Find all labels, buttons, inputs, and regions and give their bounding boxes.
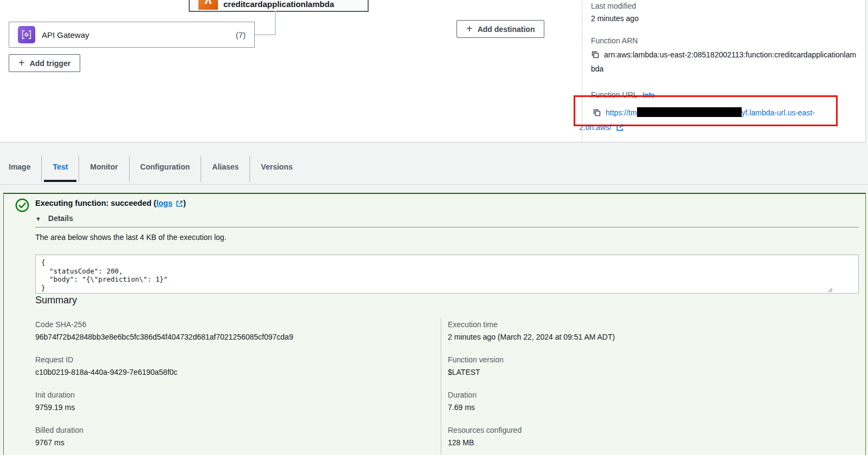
tab-versions[interactable]: Versions: [249, 156, 303, 182]
summary-field-request-id: Request ID c10b0219-818a-440a-9429-7e619…: [35, 354, 441, 379]
summary-field-billed-duration: Billed duration 9767 ms: [35, 424, 441, 449]
summary-right-column: Execution time 2 minutes ago (March 22, …: [441, 318, 854, 455]
api-gateway-trigger-node[interactable]: API Gateway (7): [9, 22, 255, 48]
function-tabs: Image Test Monitor Configuration Aliases…: [9, 156, 304, 182]
plus-icon: +: [18, 57, 25, 68]
add-trigger-button[interactable]: + Add trigger: [9, 54, 80, 72]
details-expander[interactable]: ▼ Details: [35, 214, 73, 223]
resize-grip-icon[interactable]: [827, 287, 833, 292]
logs-link[interactable]: logs: [156, 199, 172, 207]
tab-configuration[interactable]: Configuration: [129, 156, 201, 182]
summary-field-init-duration: Init duration 9759.19 ms: [35, 389, 441, 414]
tab-image[interactable]: Image: [9, 156, 41, 182]
execution-log-textarea[interactable]: { "statusCode": 200, "body": "{\"predict…: [35, 255, 859, 294]
function-arn-label: Function ARN: [591, 35, 858, 47]
lambda-function-node[interactable]: λ creditcardapplicationlambda: [189, 0, 369, 12]
summary-grid: Code SHA-256 96b74f72b42848bb3e8e6bc5fc3…: [35, 318, 854, 455]
log-note-text: The area below shows the last 4 KB of th…: [35, 233, 227, 242]
function-overview-card: λ creditcardapplicationlambda API Gatewa…: [0, 0, 866, 142]
function-url-value: https://tmyf.lambda-url.us-east- 2.on.aw…: [579, 106, 858, 135]
redaction-bar: [637, 107, 742, 117]
tab-test[interactable]: Test: [41, 156, 79, 182]
add-trigger-label: Add trigger: [30, 59, 70, 68]
summary-heading: Summary: [35, 295, 77, 306]
lambda-icon: λ: [198, 0, 218, 10]
function-arn-text: arn:aws:lambda:us-east-2:085182002113:fu…: [591, 50, 856, 73]
details-divider: [35, 227, 859, 227]
caret-down-icon: ▼: [35, 216, 41, 222]
function-url-label: Function URLInfo: [591, 89, 858, 101]
summary-field-duration: Duration 7.69 ms: [448, 389, 854, 414]
function-info-panel: Last modified 2 minutes ago Function ARN…: [591, 0, 858, 135]
summary-left-column: Code SHA-256 96b74f72b42848bb3e8e6bc5fc3…: [35, 318, 441, 455]
trigger-node-label: API Gateway: [42, 30, 89, 40]
execution-status-title: Executing function: succeeded (logs ): [35, 199, 186, 207]
trigger-count-badge: (7): [236, 30, 246, 40]
function-url-link[interactable]: 2.on.aws/: [579, 123, 612, 132]
function-url-link[interactable]: https://tm: [606, 108, 637, 117]
node-connector-horizontal: [255, 34, 276, 35]
copy-icon[interactable]: [593, 108, 601, 117]
lambda-node-label: creditcardapplicationlambda: [223, 0, 334, 10]
last-modified-label: Last modified: [591, 0, 858, 12]
tab-aliases[interactable]: Aliases: [201, 156, 249, 182]
summary-field-resources: Resources configured 128 MB: [448, 424, 854, 449]
summary-field-execution-time: Execution time 2 minutes ago (March 22, …: [448, 318, 854, 343]
details-label: Details: [48, 214, 73, 223]
add-destination-button[interactable]: + Add destination: [456, 20, 544, 38]
execution-result-panel: Executing function: succeeded (logs ) ▼ …: [3, 193, 866, 455]
function-url-link[interactable]: yf.lambda-url.us-east-: [742, 108, 815, 117]
success-check-icon: [15, 198, 30, 213]
add-destination-label: Add destination: [478, 25, 535, 34]
info-link[interactable]: Info: [643, 92, 655, 99]
plus-icon: +: [466, 23, 473, 34]
function-arn-value: arn:aws:lambda:us-east-2:085182002113:fu…: [591, 48, 858, 76]
tab-monitor[interactable]: Monitor: [79, 156, 128, 182]
external-link-icon[interactable]: [616, 123, 624, 132]
external-link-icon[interactable]: [176, 200, 183, 207]
summary-field-code-sha: Code SHA-256 96b74f72b42848bb3e8e6bc5fc3…: [35, 318, 441, 343]
summary-field-function-version: Function version $LATEST: [448, 354, 854, 379]
last-modified-value: 2 minutes ago: [591, 12, 858, 25]
node-connector-vertical: [275, 11, 276, 35]
tabs-divider: [0, 184, 868, 185]
copy-icon[interactable]: [591, 50, 600, 59]
api-gateway-icon: [18, 26, 35, 43]
